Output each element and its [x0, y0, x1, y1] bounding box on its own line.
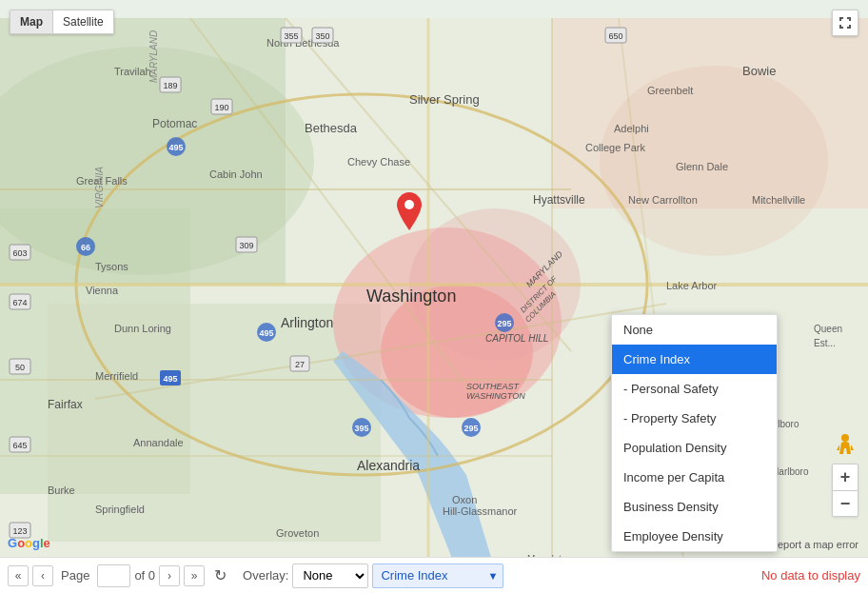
svg-text:190: 190 — [214, 103, 228, 112]
crime-index-dropdown-wrapper: Crime Index - Personal Safety - Property… — [372, 563, 503, 588]
svg-text:Chevy Chase: Chevy Chase — [347, 156, 410, 168]
svg-text:650: 650 — [608, 31, 622, 41]
svg-text:189: 189 — [163, 81, 177, 90]
svg-text:350: 350 — [315, 31, 329, 41]
google-logo: Google — [8, 536, 50, 550]
overlay-label: Overlay: — [243, 568, 288, 583]
svg-text:Cabin John: Cabin John — [209, 168, 263, 180]
svg-text:Est...: Est... — [814, 338, 836, 348]
dropdown-item-crime-index[interactable]: Crime Index — [612, 345, 777, 374]
svg-text:123: 123 — [12, 526, 27, 536]
refresh-button[interactable]: ↻ — [208, 564, 231, 587]
satellite-button[interactable]: Satellite — [53, 10, 113, 33]
svg-point-105 — [404, 200, 414, 209]
svg-text:Vienna: Vienna — [86, 285, 119, 296]
svg-text:MARYLAND: MARYLAND — [148, 30, 159, 83]
svg-text:Greenbelt: Greenbelt — [647, 85, 693, 96]
last-page-button[interactable]: » — [184, 565, 205, 586]
svg-text:295: 295 — [497, 319, 511, 328]
street-view-person-icon — [835, 433, 856, 460]
dropdown-item-property-safety[interactable]: - Property Safety — [612, 404, 777, 433]
svg-text:Washington: Washington — [366, 287, 456, 306]
svg-text:603: 603 — [12, 248, 27, 258]
svg-text:495: 495 — [259, 328, 273, 338]
svg-text:395: 395 — [354, 424, 368, 433]
svg-text:295: 295 — [464, 424, 478, 433]
dropdown-item-population-density[interactable]: Population Density — [612, 433, 777, 463]
next-page-button[interactable]: › — [159, 565, 180, 586]
svg-text:Travilah: Travilah — [114, 66, 151, 77]
svg-text:SOUTHEAST: SOUTHEAST — [466, 382, 521, 391]
svg-text:Lake Arbor: Lake Arbor — [666, 280, 718, 291]
svg-text:Silver Spring: Silver Spring — [409, 92, 480, 107]
first-page-button[interactable]: « — [8, 565, 29, 586]
svg-text:Adelphi: Adelphi — [614, 123, 649, 134]
svg-text:674: 674 — [12, 298, 27, 307]
svg-point-106 — [841, 434, 849, 442]
svg-text:Oxon: Oxon — [452, 494, 477, 505]
map-type-controls: Map Satellite — [10, 10, 114, 34]
overlay-select[interactable]: None — [292, 563, 368, 588]
svg-text:50: 50 — [15, 363, 25, 372]
svg-text:495: 495 — [163, 374, 177, 384]
svg-text:Arlington: Arlington — [281, 315, 333, 330]
of-label: of 0 — [134, 568, 155, 583]
svg-text:309: 309 — [239, 241, 253, 250]
svg-text:CAPITOL HILL: CAPITOL HILL — [485, 333, 548, 344]
dropdown-item-none[interactable]: None — [612, 315, 777, 345]
svg-text:Dunn Loring: Dunn Loring — [114, 323, 171, 334]
svg-text:VIRGINIA: VIRGINIA — [94, 167, 105, 208]
zoom-in-button[interactable]: + — [832, 464, 858, 490]
svg-text:Hill-Glassmanor: Hill-Glassmanor — [443, 505, 518, 517]
svg-text:Mitchellville: Mitchellville — [752, 194, 805, 206]
fullscreen-icon — [838, 16, 852, 30]
fullscreen-button[interactable] — [832, 10, 858, 36]
svg-text:Glenn Dale: Glenn Dale — [676, 161, 728, 172]
svg-text:College Park: College Park — [585, 142, 645, 153]
crime-index-select[interactable]: Crime Index - Personal Safety - Property… — [372, 563, 503, 588]
page-label: Page — [61, 568, 89, 583]
svg-text:66: 66 — [81, 243, 90, 252]
dropdown-item-personal-safety[interactable]: - Personal Safety — [612, 374, 777, 404]
prev-page-button[interactable]: ‹ — [32, 565, 53, 586]
dropdown-item-business-density[interactable]: Business Density — [612, 492, 777, 522]
bottom-navigation-bar: « ‹ Page of 0 › » ↻ Overlay: None Crime … — [0, 557, 868, 593]
svg-text:New Carrollton: New Carrollton — [628, 194, 698, 206]
svg-text:Fairfax: Fairfax — [48, 398, 83, 411]
zoom-controls: + − — [832, 464, 858, 517]
svg-text:Merrifield: Merrifield — [95, 370, 138, 382]
no-data-label: No data to display — [761, 568, 860, 583]
svg-text:Springfield: Springfield — [95, 504, 145, 515]
map-button[interactable]: Map — [10, 10, 53, 33]
svg-text:Tysons: Tysons — [95, 261, 128, 272]
svg-text:355: 355 — [284, 31, 298, 41]
svg-text:645: 645 — [12, 441, 27, 450]
location-pin-icon — [394, 192, 424, 230]
svg-text:Bethesda: Bethesda — [305, 121, 358, 135]
svg-text:495: 495 — [168, 143, 183, 152]
zoom-out-button[interactable]: − — [832, 490, 858, 517]
svg-text:Annandale: Annandale — [133, 437, 184, 448]
svg-text:Hyattsville: Hyattsville — [533, 193, 585, 207]
pegman-icon[interactable] — [832, 433, 858, 460]
svg-text:Groveton: Groveton — [276, 527, 319, 539]
dropdown-item-employee-density[interactable]: Employee Density — [612, 522, 777, 551]
report-error-link[interactable]: Report a map error — [770, 539, 858, 550]
svg-text:Burke: Burke — [48, 484, 75, 496]
svg-text:27: 27 — [295, 360, 305, 369]
svg-text:WASHINGTON: WASHINGTON — [466, 391, 525, 401]
map-marker — [394, 192, 424, 238]
page-number-input[interactable] — [97, 564, 130, 587]
map-container: 66 495 495 295 295 395 Travilah North Be… — [0, 0, 868, 593]
svg-text:Potomac: Potomac — [152, 117, 197, 130]
overlay-dropdown-menu: None Crime Index - Personal Safety - Pro… — [611, 314, 778, 552]
dropdown-item-income-per-capita[interactable]: Income per Capita — [612, 463, 777, 492]
svg-text:Bowie: Bowie — [742, 64, 776, 78]
svg-text:Alexandria: Alexandria — [357, 458, 420, 473]
svg-text:Queen: Queen — [814, 324, 842, 334]
